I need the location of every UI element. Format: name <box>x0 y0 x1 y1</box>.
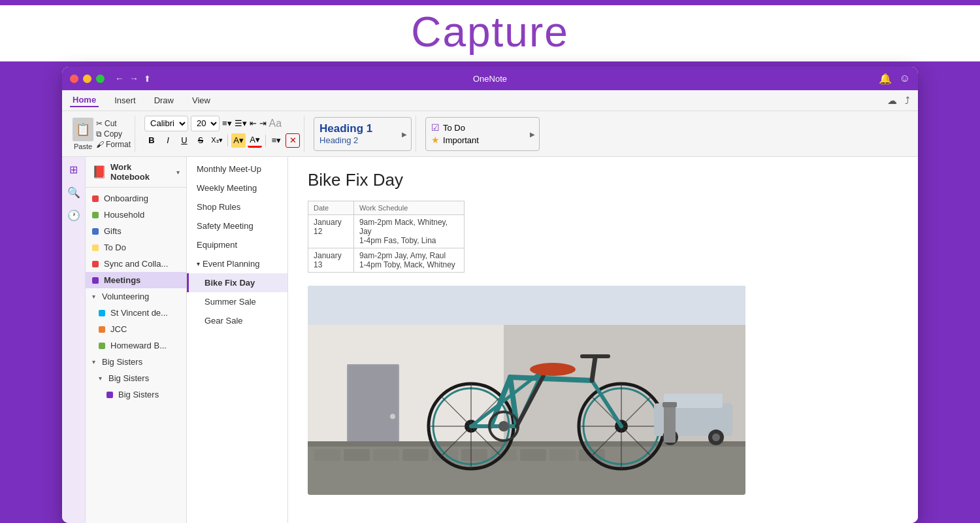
section-bigsisters3[interactable]: Big Sisters <box>86 386 186 403</box>
section-dot-onboarding <box>92 195 99 202</box>
section-list: Onboarding Household Gifts To Do Sync an… <box>86 188 186 523</box>
page-safety[interactable]: Safety Meeting <box>187 216 287 235</box>
bold-button[interactable]: B <box>144 133 159 148</box>
checkbox-icon: ☑ <box>431 122 440 133</box>
copy-button[interactable]: ⧉ Copy <box>96 129 131 139</box>
section-household[interactable]: Household <box>86 207 186 223</box>
highlight-button[interactable]: A▾ <box>231 133 246 148</box>
collapse-icon-event: ▾ <box>197 260 200 267</box>
section-dot-gifts <box>92 228 99 235</box>
bell-icon[interactable]: 🔔 <box>879 73 892 85</box>
notebook-name: Work Notebook <box>110 162 171 182</box>
schedule-table: Date Work Schedule January 12 9am-2pm Ma… <box>308 201 465 273</box>
align-button[interactable]: ≡▾ <box>269 133 284 148</box>
section-label-homeward: Homeward B... <box>110 341 167 350</box>
section-sync[interactable]: Sync and Colla... <box>86 256 186 272</box>
cut-label: Cut <box>105 119 117 128</box>
page-bike-fix[interactable]: Bike Fix Day <box>187 273 287 292</box>
svg-rect-51 <box>664 403 676 443</box>
toolbar: 📋 Paste ✂ Cut ⧉ Copy 🖌 Format <box>62 111 918 157</box>
star-icon: ★ <box>431 135 440 145</box>
tags-arrow-icon: ▶ <box>530 130 535 137</box>
svg-rect-13 <box>461 449 487 461</box>
indent-decrease[interactable]: ⇤ <box>250 118 257 128</box>
underline-button[interactable]: U <box>177 133 191 148</box>
cut-button[interactable]: ✂ Cut <box>96 119 131 128</box>
paste-icon: 📋 <box>73 118 93 141</box>
section-label-stvincent: St Vincent de... <box>110 308 168 318</box>
notebook-icon: 📕 <box>92 165 106 179</box>
page-gear-sale[interactable]: Gear Sale <box>187 311 287 330</box>
section-gifts[interactable]: Gifts <box>86 223 186 239</box>
section-label-onboarding: Onboarding <box>104 194 148 203</box>
pages-panel: Monthly Meet-Up Weekly Meeting Shop Rule… <box>187 157 288 523</box>
forward-button[interactable]: → <box>129 73 139 84</box>
menu-insert[interactable]: Insert <box>112 94 139 107</box>
section-label-bigsisters: Big Sisters <box>102 357 142 367</box>
event-planning-label: Event Planning <box>203 259 259 269</box>
section-label-gifts: Gifts <box>104 226 122 236</box>
section-dot-jcc <box>99 326 105 333</box>
page-monthly[interactable]: Monthly Meet-Up <box>187 160 287 178</box>
section-volunteering[interactable]: ▾ Volunteering <box>86 288 186 305</box>
notebook-header[interactable]: 📕 Work Notebook ▾ <box>86 157 186 188</box>
page-event-planning[interactable]: ▾ Event Planning <box>187 254 287 273</box>
font-size-select[interactable]: 20 <box>191 116 220 131</box>
page-equipment[interactable]: Equipment <box>187 235 287 254</box>
cloud-icon: ☁ <box>887 95 897 107</box>
section-bigsisters2[interactable]: ▾ Big Sisters <box>86 370 186 386</box>
table-cell-date2: January 13 <box>308 248 354 273</box>
section-dot-sync <box>92 261 99 267</box>
menu-bar: Home Insert Draw View ☁ ⤴ <box>62 90 918 111</box>
heading1-style[interactable]: Heading 1 Heading 2 ▶ <box>314 117 412 151</box>
subscript-button[interactable]: X₂▾ <box>210 133 224 148</box>
share-nav-button[interactable]: ⬆ <box>144 74 151 84</box>
list-btn2[interactable]: ☰▾ <box>235 118 247 128</box>
section-label-household: Household <box>104 210 144 220</box>
library-icon[interactable]: ⊞ <box>69 163 78 176</box>
back-button[interactable]: ← <box>115 73 124 84</box>
search-icon[interactable]: 🔍 <box>67 186 80 199</box>
section-onboarding[interactable]: Onboarding <box>86 190 186 207</box>
svg-point-50 <box>712 433 720 441</box>
table-header-schedule: Work Schedule <box>353 201 464 215</box>
svg-rect-16 <box>549 449 576 461</box>
svg-rect-10 <box>373 449 399 461</box>
clear-button[interactable]: ✕ <box>286 133 300 148</box>
page-weekly[interactable]: Weekly Meeting <box>187 178 287 197</box>
minimize-button[interactable] <box>83 75 91 83</box>
history-icon[interactable]: 🕐 <box>67 209 80 222</box>
close-button[interactable] <box>70 75 78 83</box>
smiley-icon[interactable]: ☺ <box>900 73 910 84</box>
format-button[interactable]: 🖌 Format <box>96 140 131 149</box>
copy-icon: ⧉ <box>96 129 102 139</box>
section-homeward[interactable]: Homeward B... <box>86 337 186 354</box>
page-summer-sale[interactable]: Summer Sale <box>187 292 287 311</box>
table-header-date: Date <box>308 201 354 215</box>
svg-point-44 <box>498 421 509 431</box>
list-btn1[interactable]: ≡▾ <box>222 118 232 128</box>
strikethrough-button[interactable]: S̶ <box>193 133 208 148</box>
share-icon[interactable]: ⤴ <box>905 95 910 107</box>
menu-view[interactable]: View <box>189 94 213 107</box>
indent-increase[interactable]: ⇥ <box>259 118 267 128</box>
section-stvincent[interactable]: St Vincent de... <box>86 305 186 321</box>
heading2-label: Heading 2 <box>319 135 406 145</box>
menu-draw[interactable]: Draw <box>152 94 176 107</box>
styles-icon[interactable]: Aa <box>269 118 282 129</box>
divider <box>227 135 228 146</box>
page-shop-rules[interactable]: Shop Rules <box>187 197 287 216</box>
tags-box[interactable]: ☑ To Do ★ Important ▶ <box>425 117 540 151</box>
paste-button[interactable]: 📋 Paste <box>73 118 93 150</box>
svg-rect-7 <box>308 441 745 447</box>
italic-button[interactable]: I <box>161 133 175 148</box>
menu-home[interactable]: Home <box>70 93 99 107</box>
section-todo[interactable]: To Do <box>86 239 186 256</box>
font-color-button[interactable]: A▾ <box>248 133 262 148</box>
section-meetings[interactable]: Meetings <box>86 272 186 288</box>
table-row: January 13 9am-2pm Jay, Amy, Raul1-4pm T… <box>308 248 465 273</box>
section-jcc[interactable]: JCC <box>86 321 186 337</box>
font-select[interactable]: Calibri <box>144 116 188 131</box>
maximize-button[interactable] <box>96 75 105 83</box>
section-bigsisters[interactable]: ▾ Big Sisters <box>86 354 186 370</box>
